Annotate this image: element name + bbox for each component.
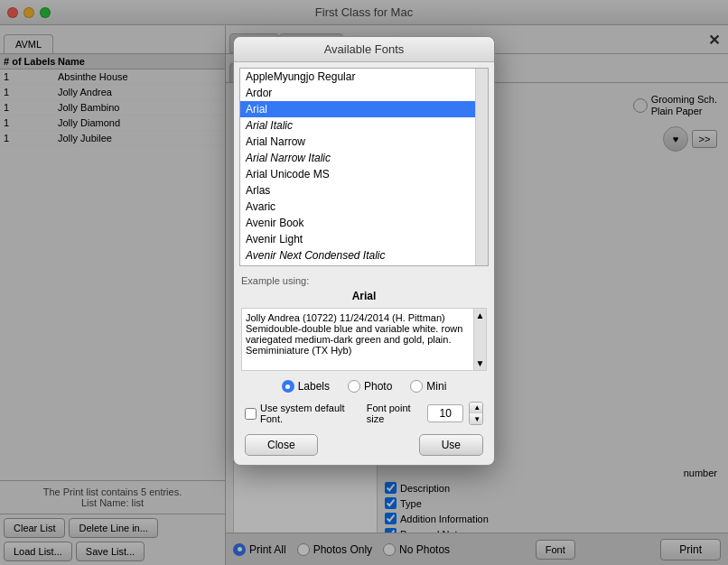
use-font-button[interactable]: Use	[419, 434, 483, 456]
font-item-arlas[interactable]: Arlas	[240, 182, 488, 199]
mini-radio-group: Mini	[410, 380, 446, 393]
font-list-scrollbar[interactable]	[475, 69, 488, 265]
modal-overlay: Available Fonts AppleMyungjo Regular Ard…	[0, 0, 728, 565]
example-label: Example using:	[234, 272, 494, 288]
font-size-input[interactable]	[427, 404, 463, 422]
main-window: First Class for Mac AVML # of Labels Nam…	[0, 0, 728, 565]
font-item-arial[interactable]: Arial	[240, 101, 488, 117]
labels-radio-group: Labels	[282, 380, 330, 393]
system-font-checkbox[interactable]	[245, 408, 257, 420]
system-font-checkbox-group: Use system default Font.	[245, 403, 359, 424]
font-item-avenir-next-condensed-regular[interactable]: Avenir Next Condensed Regular	[240, 264, 488, 266]
modal-button-row: Close Use	[234, 429, 494, 465]
modal-title-bar: Available Fonts	[234, 37, 494, 62]
font-item-avenir-next-condensed-italic[interactable]: Avenir Next Condensed Italic	[240, 247, 488, 264]
font-item-arial-unicode[interactable]: Arial Unicode MS	[240, 166, 488, 182]
available-fonts-modal: Available Fonts AppleMyungjo Regular Ard…	[233, 36, 495, 466]
modal-radio-row: Labels Photo Mini	[234, 375, 494, 398]
font-item-arial-narrow[interactable]: Arial Narrow	[240, 134, 488, 150]
font-item-avenir-book[interactable]: Avenir Book	[240, 215, 488, 231]
font-item-avaric[interactable]: Avaric	[240, 199, 488, 215]
system-font-label: Use system default Font.	[260, 403, 359, 424]
font-size-increment[interactable]: ▲	[470, 403, 483, 413]
font-item-ardor[interactable]: Ardor	[240, 85, 488, 101]
font-size-decrement[interactable]: ▼	[470, 413, 483, 424]
mini-radio[interactable]	[410, 380, 423, 393]
font-list-container[interactable]: AppleMyungjo Regular Ardor Arial Arial I…	[239, 68, 489, 266]
example-text: Jolly Andrea (10722) 11/24/2014 (H. Pitt…	[246, 312, 462, 356]
mini-radio-label: Mini	[426, 380, 446, 393]
photo-radio[interactable]	[348, 380, 360, 393]
font-item-avenir-light[interactable]: Avenir Light	[240, 231, 488, 247]
font-size-section: Font point size ▲ ▼	[367, 402, 483, 425]
close-modal-button[interactable]: Close	[245, 434, 318, 456]
example-scrollbar[interactable]: ▲ ▼	[473, 309, 486, 370]
labels-radio-label: Labels	[298, 380, 330, 393]
example-text-box: Jolly Andrea (10722) 11/24/2014 (H. Pitt…	[241, 308, 487, 371]
modal-options-row: Use system default Font. Font point size…	[234, 398, 494, 429]
font-point-size-label: Font point size	[367, 403, 423, 424]
font-item-applemyungjo[interactable]: AppleMyungjo Regular	[240, 69, 488, 85]
photo-radio-label: Photo	[364, 380, 392, 393]
font-item-arial-italic[interactable]: Arial Italic	[240, 117, 488, 134]
font-size-stepper: ▲ ▼	[469, 402, 483, 425]
photo-radio-group: Photo	[348, 380, 392, 393]
example-font-name: Arial	[234, 288, 494, 304]
font-item-arial-narrow-italic[interactable]: Arial Narrow Italic	[240, 150, 488, 166]
modal-title: Available Fonts	[324, 42, 405, 56]
labels-radio[interactable]	[282, 380, 294, 393]
